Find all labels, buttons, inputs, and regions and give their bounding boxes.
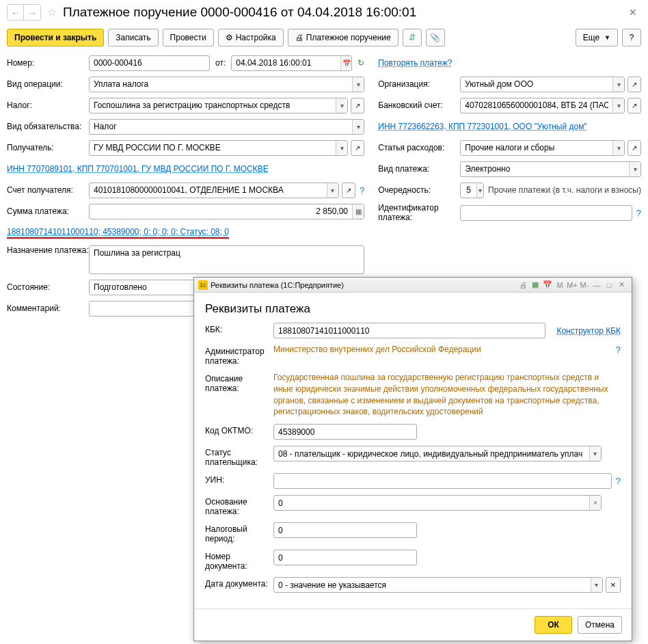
open-org-button[interactable]: ↗ (627, 77, 641, 92)
cancel-button[interactable]: Отмена (578, 616, 622, 634)
ident-input[interactable] (461, 208, 632, 217)
priority-input[interactable] (461, 185, 476, 195)
help-icon[interactable]: ? (636, 208, 641, 218)
tax-input[interactable] (90, 100, 336, 110)
sum-input[interactable] (90, 206, 352, 216)
calendar-icon[interactable]: 📅 (541, 280, 554, 291)
obligation-input[interactable] (90, 122, 352, 131)
grid-icon[interactable]: ▦ (529, 280, 541, 291)
chevron-down-icon[interactable]: ▾ (629, 162, 640, 176)
print-icon[interactable]: 🖨 (517, 280, 529, 291)
recipient-details-link[interactable]: ИНН 7707089101, КПП 770701001, ГУ МВД РО… (7, 164, 269, 174)
kbk-input[interactable] (274, 326, 545, 336)
oktmo-input[interactable] (274, 427, 416, 437)
chevron-down-icon[interactable]: ▾ (327, 183, 338, 198)
chevron-down-icon[interactable]: ▾ (336, 98, 347, 113)
calendar-icon[interactable]: 📅 (340, 56, 351, 70)
sum-label: Сумма платежа: (7, 206, 89, 216)
page-title: Платежное поручение 0000-000416 от 04.04… (63, 5, 623, 20)
chevron-down-icon[interactable]: ▾ (612, 141, 624, 155)
chevron-down-icon[interactable]: ▾ (352, 77, 364, 92)
admin-label: Администратор платежа: (205, 345, 273, 366)
period-input[interactable] (274, 526, 416, 535)
priority-help-text: Прочие платежи (в т.ч. налоги и взносы) (488, 185, 641, 195)
paytype-input[interactable] (461, 164, 629, 174)
favorite-star-icon[interactable]: ☆ (46, 5, 57, 20)
oktmo-label: Код ОКТМО: (205, 424, 273, 440)
comment-label: Комментарий: (7, 304, 89, 313)
chevron-down-icon[interactable]: ▾ (591, 578, 602, 592)
docnum-input[interactable] (274, 553, 416, 563)
status-label: Статус плательщика: (205, 446, 273, 467)
org-input[interactable] (461, 79, 612, 89)
help-icon[interactable]: ? (616, 345, 621, 366)
purpose-input[interactable] (90, 248, 364, 258)
attach-button[interactable]: 📎 (426, 29, 445, 46)
help-icon[interactable]: ? (616, 476, 621, 486)
kbk-summary-link[interactable]: 18810807141011000110; 45389000; 0; 0; 0;… (7, 227, 229, 239)
account-recv-input[interactable] (90, 185, 327, 195)
org-label: Организация: (378, 79, 460, 89)
chevron-down-icon[interactable]: ▾ (612, 77, 624, 92)
ok-button[interactable]: ОК (535, 616, 572, 634)
close-icon[interactable]: ✕ (629, 7, 641, 18)
calc-m-button[interactable]: М (554, 280, 566, 291)
nav-forward-button[interactable]: → (24, 5, 40, 20)
admin-value: Министерство внутренних дел Российской Ф… (273, 345, 612, 366)
print-button[interactable]: 🖨Платежное поручение (288, 29, 399, 46)
optype-input[interactable] (90, 79, 352, 89)
chevron-down-icon[interactable]: ▾ (612, 98, 624, 113)
refresh-icon[interactable]: ↻ (357, 58, 364, 68)
close-icon[interactable]: ✕ (615, 280, 627, 291)
docdate-label: Дата документа: (205, 577, 273, 593)
docdate-input[interactable] (274, 580, 591, 590)
kbk-constructor-link[interactable]: Конструктор КБК (556, 326, 621, 336)
status-input[interactable] (274, 449, 589, 459)
purpose-label: Назначение платежа: (7, 245, 89, 255)
settings-button[interactable]: ⚙Настройка (218, 29, 284, 46)
clear-docdate-button[interactable]: × (606, 577, 621, 593)
calculator-icon[interactable]: ▦ (352, 204, 364, 219)
help-button[interactable]: ? (622, 29, 641, 46)
chevron-down-icon[interactable]: ▾ (589, 446, 601, 461)
date-input[interactable] (232, 58, 340, 68)
gear-icon: ⚙ (226, 33, 233, 42)
nav-back-button[interactable]: ← (8, 5, 24, 20)
chevron-down-icon[interactable]: ▾ (352, 120, 364, 134)
period-label: Налоговый период: (205, 522, 273, 544)
repeat-payment-link[interactable]: Повторять платеж? (378, 58, 452, 68)
bank-input[interactable] (461, 100, 612, 110)
minimize-icon[interactable]: — (591, 280, 603, 291)
open-recipient-button[interactable]: ↗ (351, 140, 364, 156)
state-label: Состояние: (7, 282, 89, 292)
expense-label: Статья расходов: (378, 143, 460, 152)
save-button[interactable]: Записать (108, 29, 158, 46)
number-input[interactable] (90, 58, 209, 68)
maximize-icon[interactable]: □ (603, 280, 615, 291)
expense-input[interactable] (461, 143, 612, 152)
open-expense-button[interactable]: ↗ (627, 140, 641, 156)
app-1c-icon: 1c (198, 280, 208, 290)
basis-input[interactable] (274, 498, 589, 508)
uin-input[interactable] (274, 477, 611, 486)
from-label: от: (215, 58, 226, 68)
calc-mplus-button[interactable]: М+ (566, 280, 578, 291)
more-button[interactable]: Еще▼ (576, 29, 618, 46)
chevron-down-icon[interactable]: ▾ (336, 141, 347, 155)
modal-title: Реквизиты платежа (205, 302, 621, 316)
optype-label: Вид операции: (7, 79, 89, 89)
open-bank-button[interactable]: ↗ (627, 98, 641, 113)
open-account-button[interactable]: ↗ (342, 183, 355, 198)
calc-mminus-button[interactable]: М- (578, 280, 591, 291)
bank-details-link[interactable]: ИНН 7723662263, КПП 772301001, ООО "Уютн… (378, 122, 586, 131)
help-icon[interactable]: ? (360, 185, 364, 196)
paperclip-icon: 📎 (430, 33, 440, 42)
post-button[interactable]: Провести (163, 29, 214, 46)
structure-icon: ⇵ (409, 33, 416, 42)
open-tax-button[interactable]: ↗ (351, 98, 364, 113)
chevron-down-icon[interactable]: ▾ (476, 183, 483, 198)
structure-button[interactable]: ⇵ (403, 29, 422, 46)
clear-icon[interactable]: × (589, 496, 601, 510)
post-and-close-button[interactable]: Провести и закрыть (7, 29, 104, 46)
recipient-input[interactable] (90, 143, 336, 152)
